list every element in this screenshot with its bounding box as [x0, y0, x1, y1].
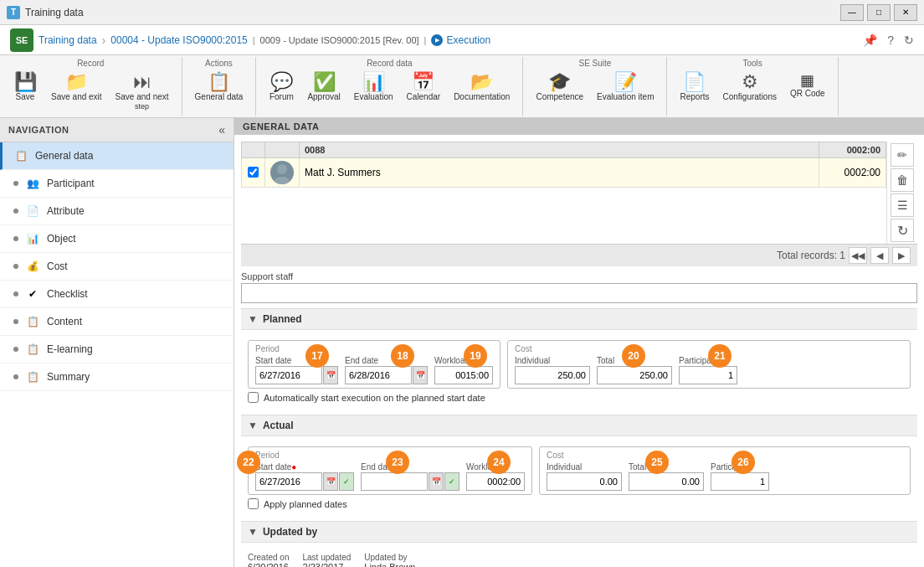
apply-planned-dates-label: Apply planned dates: [264, 499, 347, 509]
planned-end-date-inner: End date 📅: [345, 356, 428, 384]
approval-button[interactable]: ✅ Approval: [301, 70, 346, 106]
actual-end-date-check-btn[interactable]: ✓: [444, 472, 459, 491]
checklist-sidebar-icon: ✔: [25, 286, 40, 302]
sidebar-item-checklist[interactable]: ✔ Checklist: [0, 281, 234, 308]
col-id: 0088: [300, 142, 819, 158]
refresh-icon[interactable]: ↻: [904, 34, 914, 47]
planned-individual-input[interactable]: [515, 366, 590, 384]
elearning-sidebar-icon: 📋: [25, 342, 40, 357]
save-next-icon: ⏭: [133, 73, 151, 91]
save-exit-icon: 📁: [65, 73, 88, 91]
planned-section-toggle[interactable]: ▼ Planned: [241, 308, 917, 330]
maximize-button[interactable]: □: [867, 4, 891, 21]
title-bar: T Training data — □ ✕: [0, 0, 924, 25]
cost-sidebar-icon: 💰: [25, 259, 40, 274]
pin-icon[interactable]: 📌: [863, 34, 877, 47]
documentation-button[interactable]: 📂 Documentation: [448, 70, 516, 106]
minimize-button[interactable]: —: [840, 4, 864, 21]
close-button[interactable]: ✕: [894, 4, 917, 21]
actual-individual-input[interactable]: [547, 472, 622, 491]
actual-section-toggle[interactable]: ▼ Actual: [241, 415, 917, 436]
sidebar-item-content[interactable]: 📋 Content: [0, 308, 234, 336]
planned-end-date-calendar-btn[interactable]: 📅: [413, 366, 428, 384]
sidebar-item-general-data[interactable]: 📋 General data: [0, 142, 234, 170]
breadcrumb-record[interactable]: 00004 - Update ISO9000:2015: [110, 34, 247, 46]
updated-by-section-toggle[interactable]: ▼ Updated by: [241, 521, 917, 543]
sidebar-item-object[interactable]: 📊 Object: [0, 225, 234, 253]
eval-item-button[interactable]: 📝 Evaluation item: [591, 70, 660, 106]
actual-end-date-input[interactable]: [361, 472, 428, 491]
sidebar-collapse-button[interactable]: «: [218, 123, 225, 137]
planned-total-input[interactable]: [597, 366, 672, 384]
actual-start-date-check-btn[interactable]: ✓: [339, 472, 354, 491]
sidebar-item-attribute[interactable]: 📄 Attribute: [0, 198, 234, 225]
toolbar-section-tools: Tools 📄 Reports ⚙ Configurations ▦ QR Co…: [667, 57, 838, 116]
planned-period-box: Period 17 Start date 📅: [248, 340, 501, 389]
content-area: GENERAL DATA 0088 0002:00: [234, 118, 924, 567]
actual-end-date-field: End date 📅 ✓: [361, 462, 459, 491]
col-checkbox: [242, 142, 265, 158]
table-row: Matt J. Summers 0002:00: [242, 158, 886, 188]
badge-19: 19: [464, 344, 487, 368]
support-staff-group: Support staff: [241, 271, 917, 303]
list-button[interactable]: ☰: [891, 193, 914, 217]
planned-start-date-input[interactable]: [255, 366, 322, 384]
help-icon[interactable]: ?: [887, 34, 894, 47]
actual-end-date-cal-btn[interactable]: 📅: [429, 472, 444, 491]
planned-individual-label: Individual: [515, 356, 590, 365]
configurations-button[interactable]: ⚙ Configurations: [717, 70, 783, 106]
planned-workload-input[interactable]: [434, 366, 493, 384]
apply-planned-dates-row: Apply planned dates: [248, 498, 911, 509]
actual-participant-input[interactable]: [711, 472, 769, 491]
delete-button[interactable]: 🗑: [891, 168, 914, 192]
badge-22: 22: [237, 451, 260, 474]
section-tools-label: Tools: [674, 59, 830, 68]
general-data-header: GENERAL DATA: [234, 118, 924, 135]
refresh-button[interactable]: ↻: [891, 219, 914, 242]
competence-button[interactable]: 🎓 Competence: [530, 70, 589, 106]
row-checkbox[interactable]: [248, 167, 259, 178]
row-checkbox-cell[interactable]: [242, 158, 265, 188]
attribute-bullet: [13, 209, 18, 214]
apply-planned-dates-checkbox[interactable]: [248, 498, 259, 509]
actual-start-date-cal-btn[interactable]: 📅: [323, 472, 338, 491]
actual-total-input[interactable]: [629, 472, 704, 491]
sidebar-elearning-label: E-learning: [47, 343, 93, 355]
actual-start-date-wrap: 📅 ✓: [255, 472, 354, 491]
actual-workload-wrapper: 24 Workload●: [466, 462, 525, 491]
sidebar-participant-label: Participant: [47, 178, 95, 189]
planned-end-date-input[interactable]: [345, 366, 412, 384]
save-next-button[interactable]: ⏭ Save and next step: [110, 70, 175, 114]
evaluation-button[interactable]: 📊 Evaluation: [348, 70, 399, 106]
actual-start-date-input[interactable]: [255, 472, 322, 491]
forum-button[interactable]: 💬 Forum: [263, 70, 300, 106]
sidebar-item-participant[interactable]: 👥 Participant: [0, 170, 234, 198]
navigation-label: NAVIGATION: [8, 125, 69, 135]
sidebar-general-data-label: General data: [35, 150, 93, 162]
sidebar-item-cost[interactable]: 💰 Cost: [0, 253, 234, 281]
breadcrumb-exec: Execution: [431, 34, 490, 46]
planned-auto-start-checkbox[interactable]: [248, 392, 259, 403]
general-data-label: General data: [195, 92, 244, 102]
col-avatar: [265, 142, 300, 158]
breadcrumb-app[interactable]: Training data: [38, 34, 97, 46]
save-exit-button[interactable]: 📁 Save and exit: [45, 70, 108, 106]
reports-button[interactable]: 📄 Reports: [674, 70, 715, 106]
planned-start-date-calendar-btn[interactable]: 📅: [323, 366, 338, 384]
prev-page-button[interactable]: ◀: [870, 247, 889, 264]
first-page-button[interactable]: ◀◀: [849, 247, 867, 264]
calendar-button[interactable]: 📅 Calendar: [401, 70, 447, 106]
support-staff-input[interactable]: [241, 283, 917, 303]
actual-workload-input[interactable]: [466, 472, 525, 491]
edit-button[interactable]: ✏: [891, 143, 914, 167]
sidebar-item-summary[interactable]: 📋 Summary: [0, 363, 234, 391]
actual-period-fields: 22 Start date● 📅 ✓: [255, 462, 525, 491]
planned-end-date-field: 18 End date 📅: [345, 356, 428, 384]
badge-26-container: 26: [732, 451, 755, 474]
sidebar-item-elearning[interactable]: 📋 E-learning: [0, 336, 234, 363]
qr-code-button[interactable]: ▦ QR Code: [784, 70, 831, 102]
next-page-button[interactable]: ▶: [892, 247, 911, 264]
general-data-button[interactable]: 📋 General data: [189, 70, 249, 106]
planned-participant-input[interactable]: [679, 366, 737, 384]
save-button[interactable]: 💾 Save: [7, 70, 44, 106]
